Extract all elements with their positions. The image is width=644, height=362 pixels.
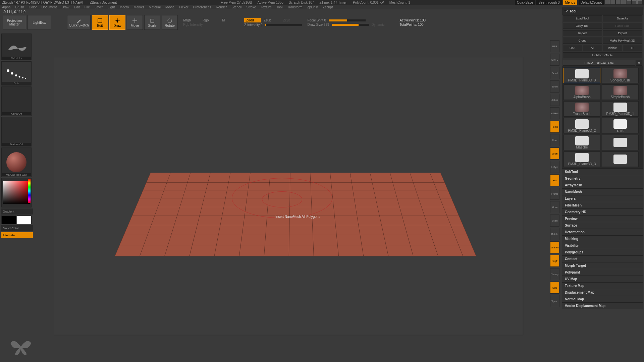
nav-xyz[interactable]: Xyz: [550, 174, 559, 186]
stroke-selector[interactable]: Dots: [1, 61, 32, 85]
draw-button[interactable]: Draw: [109, 15, 125, 30]
drawsize-label[interactable]: Draw Size 239: [307, 23, 329, 26]
drawsize-slider[interactable]: [332, 24, 369, 26]
zint-label[interactable]: Z Intensity 0: [244, 23, 262, 27]
lightbox-button[interactable]: LightBox: [28, 15, 51, 30]
section-morph-target[interactable]: Morph Target: [562, 262, 643, 269]
material-selector[interactable]: MatCap Red Wax: [1, 147, 32, 177]
section-polypaint[interactable]: Polypaint: [562, 269, 643, 276]
menu-transform[interactable]: Transform: [287, 5, 302, 9]
focal-label[interactable]: Focal Shift 0: [307, 18, 326, 22]
projection-master-button[interactable]: Projection Master: [3, 15, 26, 30]
quicksketch-button[interactable]: Quick Sketch: [67, 15, 91, 30]
menu-brush[interactable]: Brush: [15, 5, 24, 9]
menu-light[interactable]: Light: [108, 5, 115, 9]
tool-item-masche[interactable]: Masche: [564, 135, 600, 150]
focal-slider[interactable]: [329, 19, 366, 21]
nav-aahalf[interactable]: AAHalf: [550, 107, 559, 119]
paste-tool-button[interactable]: Paste Tool: [603, 23, 642, 29]
section-visibility[interactable]: Visibility: [562, 242, 643, 249]
quicksave-button[interactable]: QuickSave: [515, 0, 535, 5]
tool-item-pm3d-plane3d-1[interactable]: PM3D_Plane3D_1: [602, 101, 639, 117]
nav-move[interactable]: Move: [550, 201, 559, 213]
visible-button[interactable]: Visible: [603, 45, 622, 51]
switchcolor-button[interactable]: SwitchColor: [1, 225, 33, 231]
section-masking[interactable]: Masking: [562, 235, 643, 242]
nav-floor[interactable]: Floor: [550, 134, 559, 146]
menu-file[interactable]: File: [85, 5, 90, 9]
all-button[interactable]: All: [583, 45, 602, 51]
nav-persp[interactable]: Persp: [550, 121, 559, 133]
menu-macro[interactable]: Macro: [120, 5, 129, 9]
section-geometry[interactable]: Geometry: [562, 175, 643, 182]
gradient-button[interactable]: Gradient: [1, 208, 33, 215]
tool-item-alphabrush[interactable]: AlphaBrush: [564, 84, 600, 100]
section-normal-map[interactable]: Normal Map: [562, 296, 643, 302]
menu-movie[interactable]: Movie: [165, 5, 174, 9]
menus-button[interactable]: Menus: [563, 0, 577, 5]
section-uv-map[interactable]: UV Map: [562, 276, 643, 282]
zadd-button[interactable]: Zadd: [244, 18, 261, 22]
alternate-button[interactable]: Alternate: [1, 232, 33, 238]
tool-item-eraserbrush[interactable]: EraserBrush: [564, 101, 600, 117]
tool-item-shirt[interactable]: shirt: [602, 118, 639, 133]
swatch-white[interactable]: [17, 216, 32, 224]
close-button[interactable]: [637, 0, 642, 4]
defaultscript-button[interactable]: DefaultZScript: [579, 0, 604, 5]
make-polymesh3d-button[interactable]: Make PolyMesh3D: [603, 38, 642, 44]
tool-item-pm3d-plane3d-3[interactable]: PM3D_Plane3D_3: [564, 152, 600, 167]
tool-item-simplebrush[interactable]: SimpleBrush: [602, 84, 639, 100]
copy-tool-button[interactable]: Copy Tool: [563, 23, 602, 29]
rotate-button[interactable]: Rotate: [162, 15, 178, 30]
seethrough-display[interactable]: See-through 0: [536, 0, 561, 5]
menu-edit[interactable]: Edit: [74, 5, 80, 9]
import-button[interactable]: Import: [563, 30, 602, 36]
section-nanomesh[interactable]: NanoMesh: [562, 188, 643, 195]
menu-stencil[interactable]: Stencil: [231, 5, 241, 9]
menu-layer[interactable]: Layer: [95, 5, 103, 9]
section-layers[interactable]: Layers: [562, 195, 643, 202]
menu-alpha[interactable]: Alpha: [2, 5, 11, 9]
menu-render[interactable]: Render: [216, 5, 227, 9]
menu-color[interactable]: Color: [29, 5, 37, 9]
section-texture-map[interactable]: Texture Map: [562, 282, 643, 289]
tool-item-empty-9[interactable]: [602, 135, 639, 150]
texture-selector[interactable]: Texture Off: [1, 117, 32, 146]
titlebar-icon-2[interactable]: [610, 0, 615, 4]
goz-button[interactable]: GoZ: [563, 45, 582, 51]
zsub-button[interactable]: Zsub: [264, 18, 280, 22]
section-subtool[interactable]: SubTool: [562, 168, 643, 175]
menu-marker[interactable]: Marker: [133, 5, 144, 9]
swatch-black[interactable]: [1, 216, 16, 224]
section-displacement-map[interactable]: Displacement Map: [562, 289, 643, 296]
titlebar-icon-1[interactable]: [605, 0, 610, 4]
zcut-button[interactable]: Zcut: [283, 18, 300, 22]
mrgb-label[interactable]: Mrgb: [183, 18, 200, 22]
nav-xpose[interactable]: Xpose: [550, 295, 559, 307]
alpha-selector[interactable]: Alpha Off: [1, 86, 32, 116]
nav-bpr[interactable]: BPR: [550, 40, 559, 52]
nav-local[interactable]: Local: [550, 147, 559, 160]
nav-solo[interactable]: Solo: [550, 282, 559, 294]
section-preview[interactable]: Preview: [562, 215, 643, 222]
tool-item-spherebrush[interactable]: SphereBrush: [602, 68, 639, 83]
rgb-label[interactable]: Rgb: [203, 18, 219, 22]
nav-rotate[interactable]: Rotate: [550, 228, 559, 240]
menu-zscript[interactable]: Zscript: [323, 5, 333, 9]
zint-slider[interactable]: [265, 24, 302, 26]
load-tool-button[interactable]: Load Tool: [563, 15, 602, 21]
menu-tool[interactable]: Tool: [276, 5, 282, 9]
menu-picker[interactable]: Picker: [179, 5, 189, 9]
scale-button[interactable]: Scale: [144, 15, 160, 30]
r-button[interactable]: R: [623, 45, 642, 51]
menu-material[interactable]: Material: [149, 5, 161, 9]
tool-item-pm3d-plane3d-3[interactable]: PM3D_Plane3D_3: [564, 68, 600, 83]
tool-r-button[interactable]: R: [636, 60, 642, 66]
menu-zplugin[interactable]: Zplugin: [307, 5, 318, 9]
save-as-button[interactable]: Save As: [603, 15, 642, 21]
menu-document[interactable]: Document: [42, 5, 57, 9]
nav-polyf[interactable]: PolyF: [550, 255, 559, 267]
color-picker[interactable]: [1, 178, 32, 207]
nav-zoom[interactable]: Zoom: [550, 80, 559, 93]
section-surface[interactable]: Surface: [562, 222, 643, 229]
